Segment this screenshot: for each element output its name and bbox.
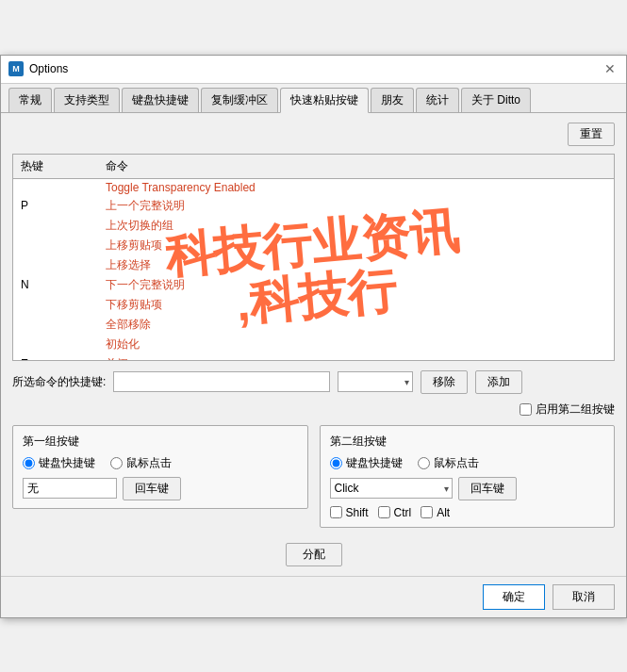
main-content: 重置 热键 命令 科技行业资讯 ,科技行 Toggle Transparency… [1, 113, 626, 576]
table-header: 热键 命令 [13, 155, 614, 179]
header-hotkey: 热键 [17, 156, 102, 176]
hotkey-table-container: 热键 命令 科技行业资讯 ,科技行 Toggle Transparency En… [12, 154, 615, 361]
assign-button[interactable]: 分配 [286, 543, 342, 566]
group2-dropdown[interactable]: Click [330, 478, 453, 499]
groups-container: 第一组按键 键盘快捷键 鼠标点击 回车键 [12, 425, 615, 535]
enable-second-group-label[interactable]: 启用第二组按键 [520, 402, 615, 418]
add-button[interactable]: 添加 [475, 370, 522, 394]
main-window: M Options ✕ 常规 支持类型 键盘快捷键 复制缓冲区 快速粘贴按键 朋… [0, 55, 627, 618]
group1-keyboard-radio-label[interactable]: 键盘快捷键 [23, 455, 95, 471]
shift-checkbox-label[interactable]: Shift [330, 506, 369, 519]
app-icon: M [8, 61, 24, 76]
enable-second-group-checkbox[interactable] [520, 403, 532, 416]
reset-row: 重置 [12, 123, 615, 146]
shortcut-input[interactable] [113, 371, 330, 392]
alt-checkbox-label[interactable]: Alt [421, 506, 450, 519]
table-row[interactable]: Esc 关闭 [13, 354, 614, 361]
shortcut-dropdown-wrapper: ▾ [338, 371, 413, 392]
table-row[interactable]: 上移选择 [13, 255, 614, 275]
group2-container: 第二组按键 键盘快捷键 鼠标点击 [320, 425, 616, 535]
reset-button[interactable]: 重置 [568, 123, 615, 146]
group2-keyboard-radio-label[interactable]: 键盘快捷键 [330, 455, 403, 471]
group2-mouse-radio[interactable] [418, 457, 430, 469]
table-row[interactable]: N 下一个完整说明 [13, 275, 614, 295]
alt-checkbox[interactable] [421, 506, 433, 518]
window-title: Options [29, 62, 68, 75]
table-row[interactable]: Toggle Transparency Enabled [13, 179, 614, 196]
ctrl-checkbox[interactable] [378, 506, 390, 518]
tab-keyboard-shortcut[interactable]: 键盘快捷键 [122, 88, 199, 112]
group2-keyboard-radio[interactable] [330, 457, 342, 469]
table-row[interactable]: 上移剪贴项 [13, 236, 614, 255]
ctrl-checkbox-label[interactable]: Ctrl [378, 506, 412, 519]
group1-mouse-radio[interactable] [110, 457, 123, 469]
shortcut-dropdown[interactable] [338, 371, 413, 392]
table-row[interactable]: 上次切换的组 [13, 216, 614, 236]
table-row[interactable]: 初始化 [13, 335, 614, 354]
group2-input-row: Click ▾ 回车键 [330, 477, 605, 500]
header-command: 命令 [102, 156, 610, 176]
title-bar: M Options ✕ [1, 56, 626, 84]
second-group-checkbox-row: 启用第二组按键 [12, 402, 615, 418]
tab-general[interactable]: 常规 [8, 88, 52, 112]
remove-button[interactable]: 移除 [421, 370, 468, 394]
close-button[interactable]: ✕ [602, 60, 619, 77]
group2-box: 第二组按键 键盘快捷键 鼠标点击 [320, 425, 616, 528]
group2-title: 第二组按键 [330, 434, 605, 450]
group2-modifier-row: Shift Ctrl Alt [330, 506, 605, 519]
group1-input-row: 回车键 [23, 477, 298, 500]
table-row[interactable]: P 上一个完整说明 [13, 196, 614, 216]
group1-radio-group: 键盘快捷键 鼠标点击 [23, 455, 298, 471]
shortcut-row: 所选命令的快捷键: ▾ 移除 添加 [12, 370, 615, 394]
group2-enter-key-button[interactable]: 回车键 [458, 477, 517, 500]
tab-support-type[interactable]: 支持类型 [54, 88, 120, 112]
group1-key-input[interactable] [23, 478, 117, 499]
group1-box: 第一组按键 键盘快捷键 鼠标点击 回车键 [12, 425, 308, 509]
tab-stats[interactable]: 统计 [416, 88, 459, 112]
group1-container: 第一组按键 键盘快捷键 鼠标点击 回车键 [12, 425, 308, 535]
cancel-button[interactable]: 取消 [553, 584, 615, 610]
group2-dropdown-wrapper: Click ▾ [330, 478, 453, 499]
group1-keyboard-radio[interactable] [23, 457, 35, 469]
bottom-bar: 确定 取消 [1, 576, 626, 617]
group1-enter-key-button[interactable]: 回车键 [123, 477, 181, 500]
table-row[interactable]: 全部移除 [13, 315, 614, 335]
tab-about[interactable]: 关于 Ditto [461, 88, 531, 112]
tab-quick-paste[interactable]: 快速粘贴按键 [280, 88, 369, 113]
tab-copy-buffer[interactable]: 复制缓冲区 [201, 88, 278, 112]
shift-checkbox[interactable] [330, 506, 342, 518]
group2-radio-group: 键盘快捷键 鼠标点击 [330, 455, 605, 471]
table-row[interactable]: 下移剪贴项 [13, 295, 614, 315]
group2-mouse-radio-label[interactable]: 鼠标点击 [418, 455, 479, 471]
group1-mouse-radio-label[interactable]: 鼠标点击 [110, 455, 172, 471]
tab-bar: 常规 支持类型 键盘快捷键 复制缓冲区 快速粘贴按键 朋友 统计 关于 Ditt… [1, 84, 626, 113]
tab-friends[interactable]: 朋友 [371, 88, 414, 112]
shortcut-label: 所选命令的快捷键: [12, 374, 106, 390]
ok-button[interactable]: 确定 [483, 584, 545, 610]
assign-row: 分配 [12, 543, 615, 566]
group1-title: 第一组按键 [23, 434, 298, 450]
